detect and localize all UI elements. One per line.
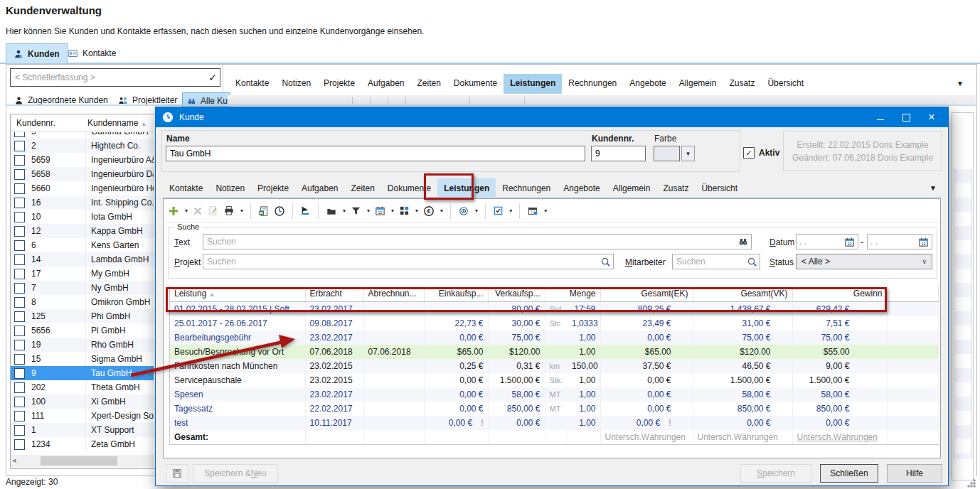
customer-list-hscrollbar[interactable]: ◂ [11, 455, 154, 467]
customer-list-header[interactable]: Kundennr. Kundenname ▲ [11, 114, 154, 132]
bg-tab-aufgaben[interactable]: Aufgaben [361, 74, 410, 94]
customer-row[interactable]: 16Int. Shipping Co. [11, 195, 154, 210]
row-checkbox[interactable] [14, 382, 25, 393]
customer-row[interactable]: 12Kappa GmbH [11, 224, 154, 238]
resize-grip[interactable] [967, 479, 976, 488]
dropdown-caret-icon[interactable]: ▾ [440, 208, 443, 214]
tab-overflow-icon[interactable]: ▼ [930, 184, 937, 192]
calendar-icon[interactable]: 12 [375, 205, 385, 216]
column-kundennr[interactable]: Kundennr. [16, 118, 55, 128]
assign-icon[interactable] [300, 205, 311, 216]
magnifier-icon[interactable] [747, 257, 757, 267]
dialog-tab-angebote[interactable]: Angebote [557, 178, 606, 198]
customer-row[interactable]: 125Phi GmbH [11, 309, 154, 323]
customer-row[interactable]: 10Iota GmbH [11, 210, 154, 224]
binoculars-icon[interactable] [737, 237, 749, 247]
dialog-tab-aufgaben[interactable]: Aufgaben [295, 178, 344, 198]
dialog-tab-rechnungen[interactable]: Rechnungen [496, 178, 557, 198]
help-button[interactable]: Hilfe [887, 464, 942, 483]
checkbox-checked-icon[interactable]: ✓ [743, 147, 755, 158]
dialog-titlebar[interactable]: Kunde [156, 107, 948, 127]
customer-row[interactable]: 14Lambda GmbH [11, 252, 154, 267]
view-icon[interactable] [458, 206, 469, 216]
dropdown-caret-icon[interactable]: ▾ [391, 208, 394, 214]
customer-row[interactable]: 2Hightech Co. [11, 139, 154, 153]
tab-overflow-icon[interactable]: ▼ [957, 80, 964, 87]
timer-icon[interactable] [274, 205, 285, 217]
row-checkbox[interactable] [14, 425, 25, 436]
service-row[interactable]: Spesen23.02.20170,00 €58,00 €MT1,000,00 … [170, 387, 938, 402]
name-field[interactable] [166, 146, 585, 161]
save-icon-button[interactable] [166, 464, 188, 483]
row-checkbox[interactable] [14, 297, 25, 308]
filter-icon[interactable] [351, 205, 361, 216]
row-checkbox[interactable] [14, 411, 25, 421]
scroll-left-icon[interactable]: ◂ [12, 456, 16, 465]
group-icon[interactable] [399, 205, 410, 216]
color-dropdown-icon[interactable]: ▾ [681, 146, 695, 161]
row-checkbox[interactable] [14, 212, 25, 222]
bg-tab-zusatz[interactable]: Zusatz [723, 74, 761, 94]
scrollbar-thumb[interactable] [41, 456, 117, 466]
customer-row[interactable]: 5660Ingenieurbüro Ho [11, 181, 154, 195]
row-checkbox[interactable] [14, 131, 25, 137]
customer-row[interactable]: 17My GmbH [11, 267, 154, 281]
row-checkbox[interactable] [14, 183, 25, 194]
customer-row[interactable]: 1234Zeta GmbH [11, 437, 154, 451]
aktiv-checkbox[interactable]: ✓ Aktiv [743, 147, 779, 158]
row-checkbox[interactable] [14, 155, 25, 166]
customer-row[interactable]: 1XT Support [11, 423, 154, 437]
row-checkbox[interactable] [14, 169, 25, 180]
row-checkbox[interactable] [14, 254, 25, 265]
customer-row[interactable]: 6Kens Garten [11, 238, 154, 252]
maximize-button[interactable] [894, 107, 918, 127]
dialog-tab-zeiten[interactable]: Zeiten [344, 178, 380, 198]
close-button[interactable]: × [920, 107, 944, 127]
date-from-field[interactable]: . . 12 [796, 234, 858, 249]
bg-tab-leistungen[interactable]: Leistungen [504, 74, 562, 94]
delete-icon[interactable] [193, 206, 203, 216]
bg-tab-übersicht[interactable]: Übersicht [761, 74, 810, 94]
color-swatch[interactable] [654, 146, 680, 161]
projekt-search-input[interactable] [203, 257, 600, 267]
row-checkbox[interactable] [14, 326, 25, 336]
customer-row[interactable]: 111Xpert-Design Soft [11, 409, 154, 423]
close-dialog-button[interactable]: Schließen [820, 464, 878, 483]
bg-tab-zeiten[interactable]: Zeiten [410, 74, 447, 94]
mitarbeiter-search-field[interactable] [672, 254, 760, 269]
bg-tab-dokumente[interactable]: Dokumente [447, 74, 504, 94]
row-checkbox[interactable] [14, 240, 25, 251]
dropdown-caret-icon[interactable]: ▾ [367, 208, 370, 214]
text-search-input[interactable] [203, 237, 737, 247]
row-checkbox[interactable] [14, 368, 25, 379]
row-checkbox[interactable] [14, 340, 25, 350]
service-row[interactable]: test10.11.20170,00 €!0,00 €1,000,00 €!0,… [170, 416, 938, 430]
row-checkbox[interactable] [14, 439, 25, 450]
tab-kunden[interactable]: Kunden [6, 43, 68, 63]
bg-tab-notizen[interactable]: Notizen [275, 74, 317, 94]
calendar-icon[interactable]: 12 [918, 237, 929, 247]
status-select[interactable]: < Alle > ∨ [796, 254, 932, 269]
bg-tab-projekte[interactable]: Projekte [317, 74, 361, 94]
dropdown-caret-icon[interactable]: ▾ [475, 208, 478, 214]
row-checkbox[interactable] [14, 269, 25, 279]
dialog-tab-übersicht[interactable]: Übersicht [695, 178, 744, 198]
save-button[interactable]: Speichern [740, 464, 811, 483]
bg-tab-rechnungen[interactable]: Rechnungen [562, 74, 623, 94]
bg-tab-allgemein[interactable]: Allgemein [673, 74, 723, 94]
dropdown-caret-icon[interactable]: ▾ [185, 208, 188, 214]
service-row[interactable]: Tagessatz22.02.20170,00 €850,00 €MT1,000… [170, 402, 938, 416]
dialog-tab-notizen[interactable]: Notizen [209, 178, 251, 198]
excel-export-icon[interactable] [258, 205, 269, 217]
edit-icon[interactable] [208, 205, 218, 216]
customer-row[interactable]: 100Xi GmbH [11, 394, 154, 409]
row-checkbox[interactable] [14, 141, 25, 151]
dropdown-caret-icon[interactable]: ▾ [415, 208, 418, 214]
dropdown-caret-icon[interactable]: ▾ [509, 208, 512, 214]
row-checkbox[interactable] [14, 283, 25, 294]
customer-row[interactable]: 5Gamma GmbH [11, 131, 154, 139]
dialog-tab-allgemein[interactable]: Allgemein [607, 178, 657, 198]
customer-row[interactable]: 8Omikron GmbH [11, 295, 154, 309]
row-checkbox[interactable] [14, 397, 25, 407]
print-icon[interactable] [223, 205, 235, 216]
